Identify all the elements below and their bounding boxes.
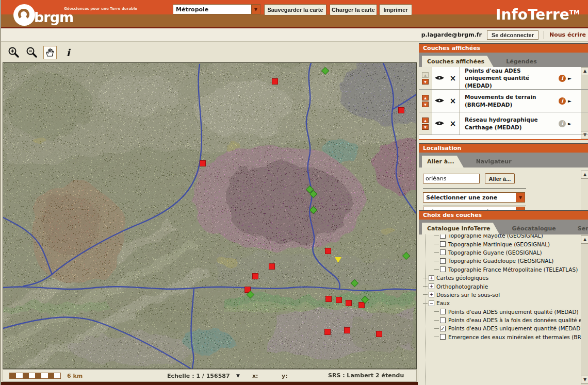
tree-item[interactable]: Topographie Guyane (GEOSIGNAL)	[419, 248, 581, 257]
tree-item[interactable]: Topographie Guadeloupe (GEOSIGNAL)	[419, 257, 581, 265]
layer-visibility-eye-icon[interactable]	[432, 96, 447, 106]
load-map-button[interactable]: Charger la carte	[330, 4, 377, 15]
scroll-up-icon[interactable]: ▲	[581, 236, 588, 244]
tree-connector	[434, 320, 439, 321]
logout-button[interactable]: Se déconnecter	[487, 30, 538, 40]
layer-list: ▲ ▼ ▲ ▼ × Points d'eau ADES uniquement q…	[419, 67, 588, 140]
layer-expand-arrow-icon[interactable]: ►	[568, 121, 571, 126]
map-marker-red[interactable]	[346, 300, 351, 306]
coord-y-label: y:	[282, 373, 288, 379]
chevron-down-icon[interactable]: ▼	[516, 193, 525, 202]
move-layer-up-icon[interactable]: ▲	[422, 95, 429, 101]
layer-info-icon[interactable]: i	[559, 120, 566, 127]
tree-checkbox[interactable]	[440, 249, 446, 255]
tree-expander-icon[interactable]: +	[429, 292, 434, 297]
map-marker-red[interactable]	[272, 79, 277, 84]
tree-item[interactable]: Points d'eau ADES uniquement qualité (ME…	[419, 308, 581, 316]
tree-item[interactable]: + Dossiers sur le sous-sol	[419, 291, 581, 299]
layer-expand-arrow-icon[interactable]: ►	[568, 76, 571, 81]
tree-checkbox[interactable]	[440, 309, 446, 314]
tree-expander-icon[interactable]: +	[429, 283, 434, 289]
zone-select[interactable]: Sélectionner une zone ▼	[423, 192, 525, 203]
map-marker-red[interactable]	[253, 274, 258, 279]
tree-item[interactable]: + Cartes géologiques	[419, 274, 581, 282]
contact-link[interactable]: Nous écrire	[549, 31, 586, 38]
tab-navigateur[interactable]: Navigateur	[471, 156, 521, 168]
tree-checkbox[interactable]	[440, 334, 446, 340]
zone-select-value: Sélectionner une zone	[423, 194, 516, 201]
brgm-logo-icon	[13, 4, 35, 26]
tree-expander-icon[interactable]: −	[429, 300, 434, 306]
tree-expander-icon[interactable]: +	[429, 275, 434, 281]
tree-checkbox[interactable]	[440, 266, 446, 272]
scale-dropdown-icon[interactable]: ▼	[236, 373, 240, 378]
move-layer-down-icon[interactable]: ▼	[422, 79, 429, 85]
info-icon: i	[66, 47, 70, 58]
tree-item-label: Cartes géologiques	[436, 275, 488, 281]
tree-checkbox[interactable]	[440, 317, 446, 323]
map-marker-red[interactable]	[336, 297, 341, 303]
save-map-button[interactable]: Sauvegarder la carte	[264, 4, 326, 15]
move-layer-down-icon[interactable]: ▼	[422, 102, 429, 107]
tab-aller-a[interactable]: Aller à...	[422, 156, 464, 168]
region-select[interactable]: Métropole ▼	[173, 4, 260, 14]
layer-visibility-eye-icon[interactable]	[432, 73, 447, 83]
tree-checkbox[interactable]	[440, 258, 446, 264]
zoom-out-tool[interactable]	[25, 46, 39, 59]
tree-checkbox[interactable]: ✓	[440, 326, 446, 331]
tree-item[interactable]: − Eaux	[419, 299, 581, 307]
remove-layer-icon[interactable]: ×	[447, 119, 459, 128]
status-bar: 6 km Echelle : 1 / 156587 ▼ x: y: SRS : …	[3, 369, 417, 382]
layer-visibility-eye-icon[interactable]	[432, 119, 447, 128]
tree-checkbox[interactable]	[440, 235, 446, 239]
place-search-input[interactable]	[423, 174, 480, 183]
tab-catalogue-infoterre[interactable]: Catalogue InfoTerre	[422, 223, 500, 235]
region-select-value: Métropole	[173, 6, 251, 13]
map-marker-red[interactable]	[399, 108, 404, 113]
layer-row: ▲ ▼ × Réseau hydrographique Carthage (ME…	[419, 112, 588, 135]
map-marker-red[interactable]	[325, 329, 330, 334]
info-tool[interactable]: i	[61, 46, 75, 59]
map-marker-red[interactable]	[269, 264, 274, 269]
layer-expand-arrow-icon[interactable]: ►	[568, 98, 571, 104]
tree-item[interactable]: ✓ Points d'eau ADES uniquement quantité …	[419, 324, 581, 332]
print-button[interactable]: Imprimer	[379, 4, 412, 15]
tree-checkbox[interactable]	[440, 241, 446, 247]
hand-icon	[45, 47, 55, 58]
tree-item-label: Points d'eau ADES à la fois des données …	[448, 317, 581, 323]
remove-layer-icon[interactable]: ×	[447, 74, 459, 83]
tree-item[interactable]: Topographie Mayotte (GEOSIGNAL)	[419, 235, 581, 240]
tab-geocatalogue[interactable]: Géocatalogue	[507, 223, 565, 235]
tab-couches-affichees[interactable]: Couches affichées	[422, 56, 494, 68]
tree-item[interactable]: + Orthophotographie	[419, 282, 581, 290]
catalog-scrollbar[interactable]: ▲ ▼	[581, 235, 588, 385]
zoom-in-tool[interactable]	[7, 46, 21, 59]
go-to-button[interactable]: Aller à...	[485, 173, 515, 184]
map-marker-red[interactable]	[345, 328, 350, 333]
map-canvas[interactable]	[3, 62, 417, 369]
scroll-down-icon[interactable]: ▼	[581, 376, 588, 384]
map-marker-red[interactable]	[325, 248, 331, 254]
tree-item[interactable]: Topographie France Métropolitaine (TELEA…	[419, 265, 581, 274]
pan-tool[interactable]	[43, 46, 57, 59]
tab-legendes[interactable]: Légendes	[501, 56, 546, 68]
scroll-up-icon[interactable]: ▲	[581, 171, 588, 179]
map-marker-red[interactable]	[326, 296, 331, 302]
tree-item[interactable]: Emergence des eaux minérales et thermale…	[419, 333, 581, 341]
map-marker-red[interactable]	[359, 303, 364, 308]
tab-serveur-ogc[interactable]: Serveur OGC	[573, 223, 588, 235]
catalog-tabs: Catalogue InfoTerre Géocatalogue Serveur…	[419, 220, 588, 235]
tree-connector	[434, 244, 439, 244]
map-marker-red[interactable]	[200, 161, 205, 166]
tree-item[interactable]: Points d'eau ADES à la fois des données …	[419, 316, 581, 324]
move-layer-down-icon[interactable]: ▼	[422, 124, 429, 130]
brgm-logo-tagline: Géosciences pour une Terre durable	[64, 7, 137, 11]
move-layer-up-icon[interactable]: ▲	[422, 118, 429, 123]
tree-item[interactable]: Topographie Martinique (GEOSIGNAL)	[419, 240, 581, 248]
layer-info-icon[interactable]: i	[559, 97, 566, 105]
map-marker-red[interactable]	[377, 331, 382, 337]
move-layer-up-icon[interactable]: ▲	[422, 72, 429, 78]
remove-layer-icon[interactable]: ×	[447, 96, 459, 106]
chevron-down-icon[interactable]: ▼	[251, 5, 260, 14]
layer-info-icon[interactable]: i	[559, 75, 566, 82]
